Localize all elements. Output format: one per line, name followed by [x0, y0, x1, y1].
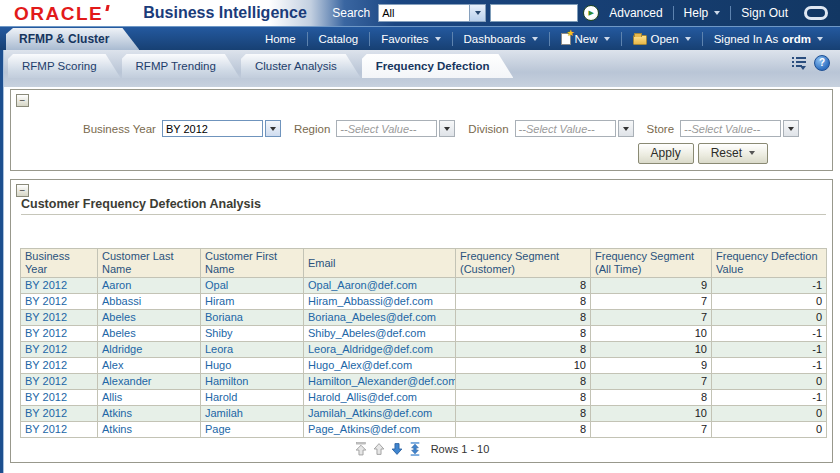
page-options-icon[interactable]: [792, 56, 807, 70]
table-cell: 8: [456, 342, 591, 358]
reset-button[interactable]: Reset: [698, 143, 768, 164]
table-row: BY 2012AtkinsJamilahJamilah_Atkins@def.c…: [21, 406, 827, 422]
top-header: ORACLE Business Intelligence Search All …: [0, 0, 840, 27]
search-go-button[interactable]: ▶: [583, 5, 599, 21]
table-row: BY 2012AllisHaroldHarold_Allis@def.com88…: [21, 390, 827, 406]
nav-favorites[interactable]: Favorites: [370, 33, 451, 45]
business-year-select[interactable]: BY 2012: [162, 120, 263, 137]
table-cell: BY 2012: [21, 326, 98, 342]
filter-row: Business Year BY 2012 Region --Select Va…: [83, 120, 812, 137]
chevron-down-icon: [469, 5, 485, 21]
nav-dashboards[interactable]: Dashboards: [453, 33, 549, 45]
sign-out-link[interactable]: Sign Out: [731, 6, 798, 20]
chevron-down-icon: [714, 11, 720, 15]
table-cell: BY 2012: [21, 406, 98, 422]
table-cell: Atkins: [98, 422, 201, 438]
chevron-down-icon: [685, 37, 691, 41]
business-year-label: Business Year: [83, 123, 156, 135]
results-table: Business YearCustomer Last NameCustomer …: [20, 248, 827, 438]
table-cell: 8: [456, 406, 591, 422]
table-cell: 10: [456, 358, 591, 374]
table-cell: 10: [591, 342, 712, 358]
dashboard-tab-rfmp-cluster[interactable]: RFMP & Cluster: [6, 28, 139, 50]
advanced-link[interactable]: Advanced: [599, 6, 672, 20]
table-cell: BY 2012: [21, 294, 98, 310]
collapse-filters-button[interactable]: −: [16, 94, 29, 107]
table-cell: 9: [591, 358, 712, 374]
division-select[interactable]: --Select Value--: [515, 120, 616, 137]
nav-new[interactable]: ★ New: [550, 33, 621, 45]
division-label: Division: [468, 123, 508, 135]
nav-catalog[interactable]: Catalog: [308, 33, 370, 45]
collapse-analysis-button[interactable]: −: [16, 184, 29, 197]
table-cell: Jamilah_Atkins@def.com: [304, 406, 456, 422]
pagination-all-rows-icon[interactable]: [408, 442, 422, 456]
search-area: Search All ▶ Advanced Help Sign Out: [332, 4, 832, 22]
chevron-down-icon: [444, 127, 450, 131]
table-cell: Page: [201, 422, 304, 438]
dashboard-page-tabs: RFMP Scoring RFMP Trending Cluster Analy…: [0, 50, 840, 87]
help-icon[interactable]: ?: [814, 55, 830, 71]
chevron-down-icon: [623, 127, 629, 131]
table-cell: 0: [712, 406, 827, 422]
help-menu[interactable]: Help: [674, 6, 731, 20]
prompt-panel: − Business Year BY 2012 Region --Select …: [10, 89, 833, 171]
pagination-up-icon[interactable]: [372, 442, 386, 456]
column-header: Email: [304, 249, 456, 278]
table-cell: 8: [456, 422, 591, 438]
apply-button[interactable]: Apply: [638, 143, 694, 164]
table-cell: Hugo_Alex@def.com: [304, 358, 456, 374]
column-header: Business Year: [21, 249, 98, 278]
table-cell: -1: [712, 390, 827, 406]
table-cell: 10: [591, 326, 712, 342]
search-scope-select[interactable]: All: [378, 4, 486, 22]
rows-range-label: Rows 1 - 10: [431, 443, 490, 455]
table-cell: Boriana_Abeles@def.com: [304, 310, 456, 326]
division-dropdown-button[interactable]: [618, 120, 634, 137]
table-cell: 7: [591, 310, 712, 326]
chevron-down-icon: [604, 37, 610, 41]
store-dropdown-button[interactable]: [783, 120, 799, 137]
table-cell: 7: [591, 294, 712, 310]
pagination-first-icon[interactable]: [354, 442, 368, 456]
nav-open[interactable]: Open: [622, 33, 702, 45]
table-cell: Leora: [201, 342, 304, 358]
table-cell: 0: [712, 310, 827, 326]
table-cell: Alex: [98, 358, 201, 374]
search-input[interactable]: [490, 4, 578, 22]
nav-home[interactable]: Home: [254, 33, 307, 45]
table-cell: 0: [712, 422, 827, 438]
table-cell: 8: [456, 326, 591, 342]
region-select[interactable]: --Select Value--: [336, 120, 437, 137]
results-table-head-row: Business YearCustomer Last NameCustomer …: [21, 249, 827, 278]
user-menu[interactable]: Signed In As ordm: [703, 33, 834, 45]
chevron-down-icon: [749, 151, 755, 155]
tab-rfmp-scoring[interactable]: RFMP Scoring: [8, 54, 121, 78]
table-cell: Page_Atkins@def.com: [304, 422, 456, 438]
table-cell: 10: [591, 406, 712, 422]
table-row: BY 2012AaronOpalOpal_Aaron@def.com89-1: [21, 278, 827, 294]
tab-rfmp-trending[interactable]: RFMP Trending: [122, 54, 240, 78]
go-icon: ▶: [589, 9, 594, 16]
pagination-down-icon[interactable]: [390, 442, 404, 456]
table-cell: BY 2012: [21, 310, 98, 326]
navbar: RFMP & Cluster Home Catalog Favorites Da…: [0, 27, 840, 50]
chevron-down-icon: [532, 37, 538, 41]
table-cell: Harold: [201, 390, 304, 406]
column-header: Customer Last Name: [98, 249, 201, 278]
table-cell: 0: [712, 374, 827, 390]
tab-cluster-analysis[interactable]: Cluster Analysis: [241, 54, 361, 78]
table-cell: Aldridge: [98, 342, 201, 358]
region-dropdown-button[interactable]: [439, 120, 455, 137]
table-cell: 9: [591, 278, 712, 294]
table-row: BY 2012AbelesBorianaBoriana_Abeles@def.c…: [21, 310, 827, 326]
tab-frequency-defection[interactable]: Frequency Defection: [362, 54, 514, 78]
table-cell: 8: [456, 390, 591, 406]
table-cell: Opal: [201, 278, 304, 294]
business-year-dropdown-button[interactable]: [265, 120, 281, 137]
search-label: Search: [332, 6, 370, 20]
table-cell: Shiby: [201, 326, 304, 342]
store-select[interactable]: --Select Value--: [680, 120, 781, 137]
table-cell: 7: [591, 374, 712, 390]
table-cell: 0: [712, 294, 827, 310]
